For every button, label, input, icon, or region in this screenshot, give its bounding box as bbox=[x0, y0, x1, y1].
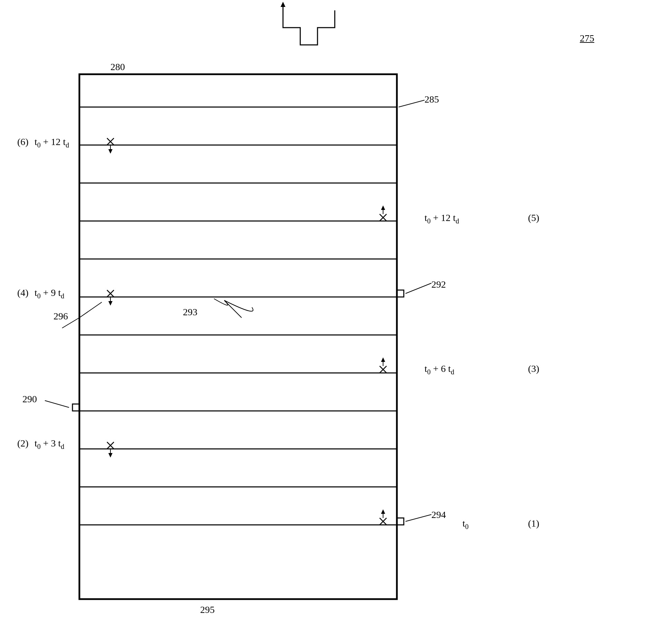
svg-marker-14 bbox=[381, 205, 385, 210]
diagram: 275 280 285 (6) t0 + 12 td t0 + 12 td (5… bbox=[0, 0, 664, 644]
svg-line-43 bbox=[79, 302, 102, 318]
svg-marker-20 bbox=[108, 301, 113, 306]
label-280: 280 bbox=[110, 61, 125, 73]
label-3: (3) bbox=[528, 363, 539, 374]
svg-line-41 bbox=[45, 401, 69, 407]
time-t0: t0 bbox=[462, 518, 469, 531]
svg-marker-2 bbox=[281, 2, 285, 7]
time-t0-9td: t0 + 9 td bbox=[35, 287, 64, 300]
label-290: 290 bbox=[22, 394, 37, 405]
label-292: 292 bbox=[431, 279, 446, 290]
time-t0-12td-left: t0 + 12 td bbox=[35, 136, 69, 149]
label-1: (1) bbox=[528, 518, 539, 529]
time-t0-3td: t0 + 3 td bbox=[35, 438, 64, 451]
svg-line-40 bbox=[406, 515, 431, 521]
svg-marker-26 bbox=[381, 357, 385, 362]
label-293: 293 bbox=[183, 307, 197, 318]
time-t0-12td-right: t0 + 12 td bbox=[424, 212, 459, 225]
svg-line-42 bbox=[399, 100, 424, 107]
label-285: 285 bbox=[424, 94, 439, 105]
svg-line-45 bbox=[224, 300, 242, 318]
svg-marker-8 bbox=[108, 149, 113, 154]
label-2: (2) bbox=[17, 438, 29, 449]
label-295: 295 bbox=[200, 604, 215, 615]
svg-marker-38 bbox=[381, 509, 385, 514]
label-6: (6) bbox=[17, 136, 29, 147]
label-4: (4) bbox=[17, 287, 29, 298]
svg-marker-32 bbox=[108, 453, 113, 458]
label-275: 275 bbox=[580, 33, 594, 44]
label-294: 294 bbox=[431, 509, 446, 520]
svg-line-39 bbox=[406, 283, 431, 294]
time-t0-6td: t0 + 6 td bbox=[424, 363, 454, 376]
label-5: (5) bbox=[528, 212, 539, 223]
svg-rect-0 bbox=[79, 74, 397, 599]
label-296: 296 bbox=[53, 311, 68, 322]
